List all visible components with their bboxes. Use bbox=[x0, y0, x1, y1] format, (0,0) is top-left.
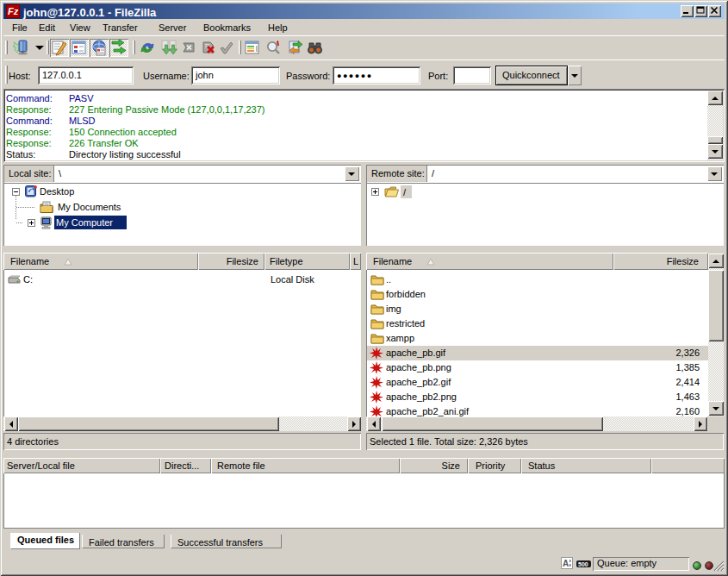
svg-text:A: A bbox=[563, 559, 569, 568]
svg-text:Fz: Fz bbox=[8, 6, 19, 16]
svg-text:500: 500 bbox=[578, 561, 588, 567]
